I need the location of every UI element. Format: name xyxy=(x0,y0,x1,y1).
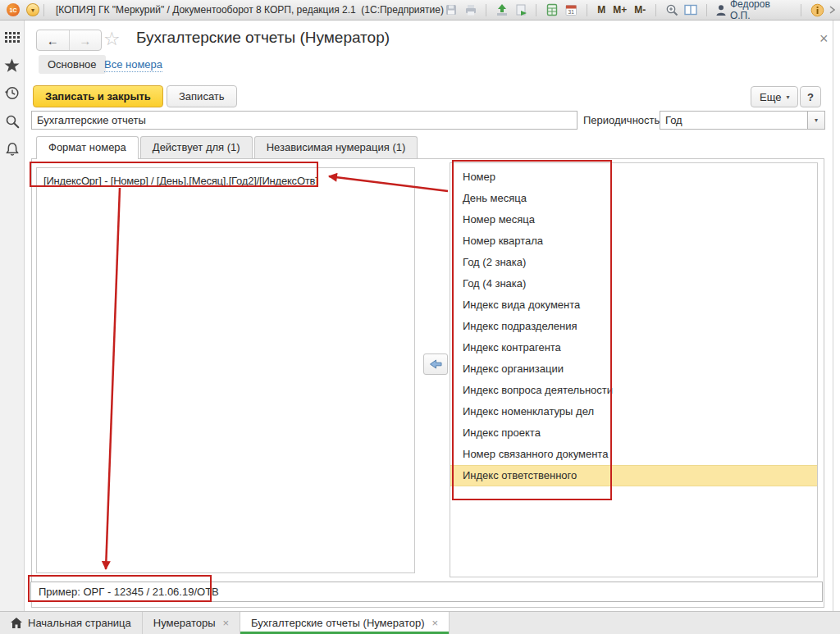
all-numbers-link[interactable]: Все номера xyxy=(104,57,162,72)
list-item-label: Индекс вопроса деятельности xyxy=(463,384,613,396)
list-item[interactable]: Номер xyxy=(450,166,817,188)
user-icon xyxy=(715,4,727,16)
list-item-label: День месяца xyxy=(463,192,527,204)
list-item[interactable]: Индекс проекта xyxy=(450,422,817,444)
info-icon[interactable] xyxy=(810,2,824,17)
divider xyxy=(801,4,801,16)
history-nav-buttons: ← → xyxy=(36,30,102,51)
taskbar-tab[interactable]: Бухгалтерские отчеты (Нумератор) × xyxy=(240,612,450,634)
divider xyxy=(486,4,486,16)
list-item-label: Индекс вида документа xyxy=(463,299,580,311)
list-item[interactable]: Номер связанного документа xyxy=(450,444,817,465)
tab-label: Независимая нумерация (1) xyxy=(267,141,406,153)
add-favorite-star-icon[interactable]: ☆ xyxy=(103,28,121,50)
format-tab[interactable]: Действует для (1) xyxy=(140,136,253,158)
move-left-button[interactable] xyxy=(423,353,448,375)
back-button[interactable]: ← xyxy=(37,30,70,50)
divider xyxy=(43,4,44,16)
calculator-icon[interactable] xyxy=(545,2,559,17)
forward-button[interactable]: → xyxy=(70,30,102,50)
list-item-label: Индекс проекта xyxy=(463,426,541,439)
zoom-icon[interactable] xyxy=(664,2,679,17)
save-button[interactable]: Записать xyxy=(167,85,237,107)
format-string: [ИндексОрг] - [Номер] / [День].[Месяц].[… xyxy=(37,168,414,187)
number-format-editor[interactable]: [ИндексОрг] - [Номер] / [День].[Месяц].[… xyxy=(36,167,415,573)
more-label: Еще xyxy=(760,91,781,103)
save-and-close-button[interactable]: Записать и закрыть xyxy=(33,85,163,107)
taskbar-tab[interactable]: Начальная страница xyxy=(0,612,143,634)
periodicity-value: Год xyxy=(660,112,807,129)
list-item[interactable]: Индекс подразделения xyxy=(450,316,817,337)
window-edge xyxy=(833,21,833,611)
list-item-label: Индекс подразделения xyxy=(463,320,578,332)
list-item-label: Индекс организации xyxy=(463,363,564,375)
chevron-down-icon: ▾ xyxy=(786,94,789,101)
tab-close-icon[interactable]: × xyxy=(432,617,439,629)
list-item-label: Индекс номенклатуры дел xyxy=(463,405,594,417)
arrow-left-icon xyxy=(428,358,443,371)
tab-close-icon[interactable]: × xyxy=(223,617,230,629)
memory-m-plus-button[interactable]: М+ xyxy=(611,4,628,16)
elements-list: НомерДень месяцаНомер месяцаНомер кварта… xyxy=(450,162,818,577)
current-user[interactable]: Федоров О.П. xyxy=(715,0,792,21)
list-item[interactable]: День месяца xyxy=(450,188,817,209)
divider xyxy=(587,4,587,16)
memory-m-minus-button[interactable]: М- xyxy=(632,4,647,16)
more-button[interactable]: Еще ▾ xyxy=(751,86,798,107)
tool-panel xyxy=(0,21,25,611)
list-item[interactable]: Год (2 знака) xyxy=(450,252,817,273)
close-icon[interactable]: × xyxy=(819,30,829,48)
list-item[interactable]: Номер квартала xyxy=(450,230,817,252)
save-icon[interactable] xyxy=(444,2,459,17)
periodicity-combo[interactable]: Год ▾ xyxy=(660,111,825,130)
favorites-star-icon[interactable] xyxy=(4,57,20,73)
history-icon[interactable] xyxy=(4,85,20,101)
home-icon xyxy=(11,618,22,628)
tab-label: Формат номера xyxy=(48,141,126,153)
combo-dropdown-button[interactable]: ▾ xyxy=(807,112,824,129)
list-item-label: Год (4 знака) xyxy=(463,277,526,290)
notifications-bell-icon[interactable] xyxy=(4,141,20,157)
numerator-name-input[interactable] xyxy=(31,111,578,130)
list-item[interactable]: Год (4 знака) xyxy=(450,273,817,294)
help-button[interactable]: ? xyxy=(800,86,821,107)
format-tab[interactable]: Формат номера xyxy=(36,136,139,159)
list-item-label: Год (2 знака) xyxy=(463,256,526,268)
format-tab[interactable]: Независимая нумерация (1) xyxy=(254,136,418,158)
memory-m-button[interactable]: М xyxy=(596,4,607,16)
chevron-down-icon: ▾ xyxy=(815,116,818,124)
format-tabs: Формат номераДействует для (1)Независима… xyxy=(36,136,419,159)
divider xyxy=(706,4,707,16)
nav-main-chip[interactable]: Основное xyxy=(39,55,106,74)
list-item[interactable]: Номер месяца xyxy=(450,209,817,230)
menu-grid-icon[interactable] xyxy=(4,30,20,45)
list-item[interactable]: Индекс вида документа xyxy=(450,294,817,316)
print-preview-icon[interactable] xyxy=(514,2,528,17)
calendar-icon[interactable]: 31 xyxy=(564,2,578,17)
taskbar-tab-label: Бухгалтерские отчеты (Нумератор) xyxy=(251,617,424,629)
taskbar-tab[interactable]: Нумераторы × xyxy=(143,612,240,634)
periodicity-label: Периодичность: xyxy=(583,114,663,126)
list-item-label: Номер связанного документа xyxy=(463,448,608,460)
list-item[interactable]: Индекс ответственного xyxy=(450,465,817,486)
tab-label: Действует для (1) xyxy=(153,141,240,153)
search-icon[interactable] xyxy=(4,113,20,129)
print-icon[interactable] xyxy=(463,2,477,17)
list-item-label: Номер квартала xyxy=(463,235,543,247)
divider xyxy=(655,4,656,16)
list-item[interactable]: Индекс контрагента xyxy=(450,337,817,358)
application-window: 1С ▾ [КОПИЯ] ГК "Меркурий" / Документооб… xyxy=(0,0,840,634)
titlebar-tools: 31 М М+ М- Федоров О.П. xyxy=(444,0,837,21)
taskbar-tab-label: Нумераторы xyxy=(153,617,216,629)
main-menu-button[interactable]: ▾ xyxy=(26,3,39,16)
export-icon[interactable] xyxy=(495,2,509,17)
split-window-icon[interactable] xyxy=(683,2,698,17)
list-item[interactable]: Индекс вопроса деятельности xyxy=(450,380,817,401)
list-item-label: Номер xyxy=(463,171,495,183)
divider xyxy=(536,4,536,16)
taskbar-tabs: Начальная страница Нумераторы × Бухгалте… xyxy=(0,611,840,634)
list-item[interactable]: Индекс организации xyxy=(450,358,817,380)
chevron-right-icon[interactable] xyxy=(829,2,835,17)
user-name: Федоров О.П. xyxy=(730,0,792,21)
list-item[interactable]: Индекс номенклатуры дел xyxy=(450,401,817,422)
